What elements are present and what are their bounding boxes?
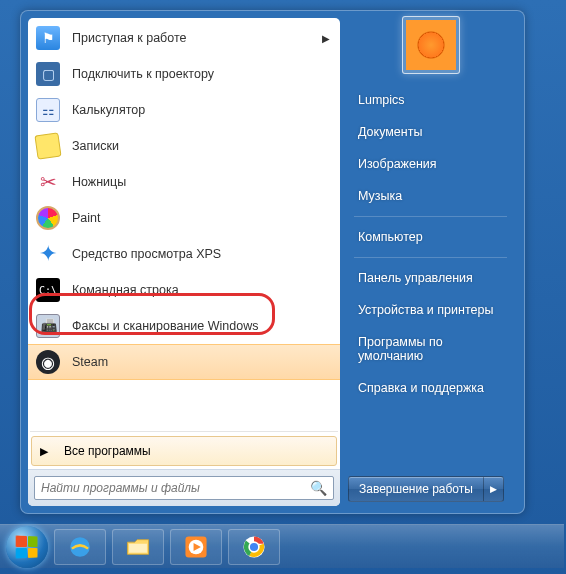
taskbar-media-player[interactable] xyxy=(170,529,222,565)
program-snipping-tool[interactable]: ✂ Ножницы xyxy=(28,164,340,200)
right-item-label: Панель управления xyxy=(358,271,473,285)
folder-icon xyxy=(125,534,151,560)
right-item-label: Изображения xyxy=(358,157,437,171)
scissors-icon: ✂ xyxy=(34,168,62,196)
user-avatar[interactable] xyxy=(402,16,460,74)
shutdown-row: Завершение работы ▶ xyxy=(348,472,513,506)
right-pane: Lumpics Документы Изображения Музыка Ком… xyxy=(340,18,517,506)
right-item-label: Устройства и принтеры xyxy=(358,303,493,317)
program-command-prompt[interactable]: C:\ Командная строка xyxy=(28,272,340,308)
shutdown-dropdown-arrow[interactable]: ▶ xyxy=(483,477,503,501)
shutdown-button[interactable]: Завершение работы ▶ xyxy=(348,476,504,502)
media-player-icon xyxy=(183,534,209,560)
right-item-control-panel[interactable]: Панель управления xyxy=(348,262,513,294)
windows-logo-icon xyxy=(16,535,38,558)
program-label: Средство просмотра XPS xyxy=(72,247,221,261)
program-steam[interactable]: ◉ Steam xyxy=(28,344,340,380)
right-item-computer[interactable]: Компьютер xyxy=(348,221,513,253)
program-xps-viewer[interactable]: ✦ Средство просмотра XPS xyxy=(28,236,340,272)
shutdown-label: Завершение работы xyxy=(359,482,473,496)
right-item-user[interactable]: Lumpics xyxy=(348,84,513,116)
separator xyxy=(354,216,507,217)
left-pane: ⚑ Приступая к работе ▶ ▢ Подключить к пр… xyxy=(28,18,340,506)
taskbar-explorer[interactable] xyxy=(112,529,164,565)
sticky-notes-icon xyxy=(34,132,62,160)
right-item-default-programs[interactable]: Программы по умолчанию xyxy=(348,326,513,372)
program-label: Калькулятор xyxy=(72,103,145,117)
program-sticky-notes[interactable]: Записки xyxy=(28,128,340,164)
right-list: Lumpics Документы Изображения Музыка Ком… xyxy=(348,84,513,472)
program-label: Подключить к проектору xyxy=(72,67,214,81)
separator xyxy=(354,257,507,258)
paint-icon xyxy=(34,204,62,232)
calculator-icon: ⚏ xyxy=(34,96,62,124)
program-paint[interactable]: Paint xyxy=(28,200,340,236)
program-getting-started[interactable]: ⚑ Приступая к работе ▶ xyxy=(28,20,340,56)
getting-started-icon: ⚑ xyxy=(34,24,62,52)
right-item-label: Lumpics xyxy=(358,93,405,107)
right-item-label: Компьютер xyxy=(358,230,423,244)
separator xyxy=(30,431,338,432)
right-item-help[interactable]: Справка и поддержка xyxy=(348,372,513,404)
svg-rect-1 xyxy=(129,543,147,552)
search-row: 🔍 xyxy=(28,469,340,506)
chrome-icon xyxy=(241,534,267,560)
right-item-documents[interactable]: Документы xyxy=(348,116,513,148)
cmd-icon: C:\ xyxy=(34,276,62,304)
program-fax-scan[interactable]: 📠 Факсы и сканирование Windows xyxy=(28,308,340,344)
right-item-pictures[interactable]: Изображения xyxy=(348,148,513,180)
right-item-music[interactable]: Музыка xyxy=(348,180,513,212)
program-label: Ножницы xyxy=(72,175,126,189)
program-connect-projector[interactable]: ▢ Подключить к проектору xyxy=(28,56,340,92)
projector-icon: ▢ xyxy=(34,60,62,88)
program-label: Факсы и сканирование Windows xyxy=(72,319,258,333)
all-programs-label: Все программы xyxy=(64,444,151,458)
ie-icon xyxy=(67,534,93,560)
right-item-label: Музыка xyxy=(358,189,402,203)
right-item-devices[interactable]: Устройства и принтеры xyxy=(348,294,513,326)
start-button[interactable] xyxy=(6,526,48,568)
taskbar xyxy=(0,524,564,568)
all-programs-arrow-icon: ▶ xyxy=(40,445,48,458)
steam-icon: ◉ xyxy=(34,348,62,376)
all-programs-button[interactable]: ▶ Все программы xyxy=(31,436,337,466)
start-menu: ⚑ Приступая к работе ▶ ▢ Подключить к пр… xyxy=(20,10,525,514)
taskbar-chrome[interactable] xyxy=(228,529,280,565)
submenu-arrow-icon: ▶ xyxy=(322,33,330,44)
right-item-label: Программы по умолчанию xyxy=(358,335,443,363)
taskbar-ie[interactable] xyxy=(54,529,106,565)
right-item-label: Справка и поддержка xyxy=(358,381,484,395)
right-item-label: Документы xyxy=(358,125,422,139)
program-list: ⚑ Приступая к работе ▶ ▢ Подключить к пр… xyxy=(28,18,340,430)
search-icon: 🔍 xyxy=(310,480,327,496)
program-label: Приступая к работе xyxy=(72,31,186,45)
program-label: Командная строка xyxy=(72,283,179,297)
avatar-wrap xyxy=(348,16,513,74)
search-box[interactable]: 🔍 xyxy=(34,476,334,500)
search-input[interactable] xyxy=(41,481,310,495)
avatar-image xyxy=(406,20,456,70)
fax-icon: 📠 xyxy=(34,312,62,340)
program-label: Записки xyxy=(72,139,119,153)
program-label: Paint xyxy=(72,211,101,225)
xps-icon: ✦ xyxy=(34,240,62,268)
program-calculator[interactable]: ⚏ Калькулятор xyxy=(28,92,340,128)
program-label: Steam xyxy=(72,355,108,369)
